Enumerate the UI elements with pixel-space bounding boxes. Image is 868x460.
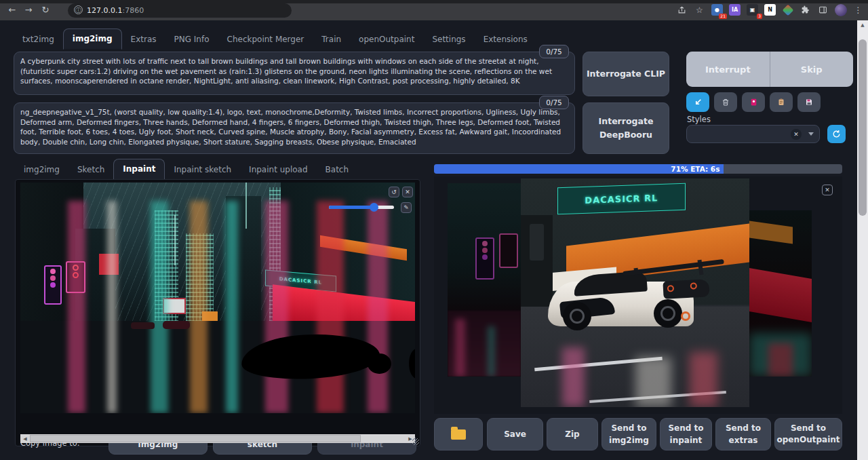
send-to-inpaint-button[interactable]: Send to inpaint [660,418,712,451]
preview-close-icon[interactable]: ✕ [822,185,833,195]
canvas-clear-icon[interactable]: ✕ [402,187,413,197]
extension-ia-icon[interactable]: IA [728,3,742,17]
prompt-tools [686,92,821,112]
refresh-styles-button[interactable] [827,125,846,143]
interrogate-deepbooru-button[interactable]: Interrogate DeepBooru [583,102,669,154]
send-to-img2img-button[interactable]: Send to img2img [601,418,656,451]
zip-button[interactable]: Zip [547,418,598,451]
browser-back-icon[interactable]: ← [5,3,19,17]
inpaint-canvas[interactable]: DACASICR RL [15,179,420,446]
styles-label: Styles [687,115,711,124]
skip-button[interactable]: Skip [770,52,854,87]
url-host: 127.0.0.1 [87,6,122,15]
preview-left-edge [448,183,521,377]
save-button[interactable]: Save [487,418,543,451]
mode-tab-batch[interactable]: Batch [317,160,358,180]
tab-img2img[interactable]: img2img [63,28,122,50]
preview-right-edge [749,210,812,377]
extension-colorpick-icon[interactable]: ● 21 [710,3,724,17]
sidebar-toggle-icon[interactable] [816,3,830,17]
extension-dark-icon[interactable]: ▣ 3 [745,3,760,17]
prompt-token-counter: 0/75 [539,45,569,58]
mode-tab-sketch[interactable]: Sketch [68,160,113,180]
styles-clear-icon[interactable]: ✕ [791,129,802,140]
canvas-scroll-thumb[interactable] [30,435,361,442]
mode-tab-inpaint-upload[interactable]: Inpaint upload [240,160,316,180]
styles-dropdown[interactable]: ✕ [686,125,820,143]
interrogate-clip-button[interactable]: Interrogate CLIP [583,52,669,96]
webui-page: txt2img img2img Extras PNG Info Checkpoi… [0,20,868,460]
browser-avatar[interactable] [833,3,848,17]
inpaint-source-image[interactable]: DACASICR RL [20,183,415,413]
canvas-undo-icon[interactable]: ↺ [389,187,399,197]
browser-menu-icon[interactable]: ⋮ [851,3,865,17]
main-tab-bar: txt2img img2img Extras PNG Info Checkpoi… [14,28,536,50]
open-folder-button[interactable] [434,418,483,451]
tab-openoutpaint[interactable]: openOutpaint [350,30,423,50]
extension-notion-icon[interactable]: N [763,3,777,17]
tab-extensions[interactable]: Extensions [475,30,536,50]
preview-current-image[interactable]: DACASICR RL [521,178,749,407]
browser-toolbar: ← → ↻ ⓘ 127.0.0.1:7860 ☆ ● 21 IA ▣ 3 N [0,0,868,20]
save-style-icon[interactable] [797,92,821,112]
clear-prompt-trash-icon[interactable] [714,92,737,112]
generation-progress-bar: 71% ETA: 6s [434,164,842,174]
bookmark-star-icon[interactable]: ☆ [692,3,707,17]
share-icon[interactable] [675,3,689,17]
canvas-horizontal-scrollbar[interactable]: ◀ ▶ [20,434,415,443]
progress-fill: 71% ETA: 6s [434,164,724,174]
brush-size-slider[interactable] [329,206,394,209]
tab-train[interactable]: Train [313,30,350,50]
tab-checkpoint-merger[interactable]: Checkpoint Merger [218,30,313,50]
brush-tool-icon[interactable]: ✎ [401,202,412,213]
tab-settings[interactable]: Settings [423,30,474,50]
prompt-input[interactable]: A cyberpunk city street with lots of tra… [14,52,575,95]
tab-png-info[interactable]: PNG Info [165,30,218,50]
extensions-puzzle-icon[interactable] [798,3,812,17]
tab-extras[interactable]: Extras [122,30,165,50]
mode-tab-img2img[interactable]: img2img [15,160,68,180]
preview-sign-text: DACASICR RL [557,183,686,215]
url-port: :7860 [122,6,144,15]
img2img-mode-tabs: img2img Sketch Inpaint Inpaint sketch In… [15,159,357,180]
mode-tab-inpaint[interactable]: Inpaint [113,159,165,180]
apply-style-clipboard-icon[interactable] [770,92,793,112]
live-preview-panel: DACASICR RL [434,176,842,414]
scroll-left-icon[interactable]: ◀ [20,436,30,442]
send-to-openoutpaint-button[interactable]: Send to openOutpaint [774,418,842,451]
address-bar[interactable]: ⓘ 127.0.0.1:7860 [68,3,292,18]
tab-txt2img[interactable]: txt2img [14,30,63,50]
page-scrollbar[interactable]: ▲ [857,20,868,460]
brush-slider-knob[interactable] [370,203,378,212]
canvas-resize-grip[interactable] [412,438,419,445]
interrupt-button[interactable]: Interrupt [686,52,770,87]
send-to-extras-button[interactable]: Send to extras [715,418,771,451]
folder-icon [451,429,466,440]
browser-reload-icon[interactable]: ↻ [39,3,52,17]
scroll-up-icon[interactable]: ▲ [857,20,868,28]
extension-diamond-icon[interactable] [781,3,795,17]
styles-caret-icon [808,132,814,136]
browser-forward-icon[interactable]: → [22,3,35,17]
generation-controls: Interrupt Skip [686,52,853,87]
page-scroll-thumb[interactable] [859,39,867,216]
site-info-icon[interactable]: ⓘ [74,5,83,14]
paste-params-icon[interactable] [686,92,709,112]
negative-prompt-input[interactable]: ng_deepnegative_v1_75t, (worst quality, … [14,102,575,154]
extra-networks-icon[interactable] [742,92,765,112]
negative-token-counter: 0/75 [539,96,569,109]
mode-tab-inpaint-sketch[interactable]: Inpaint sketch [165,160,240,180]
